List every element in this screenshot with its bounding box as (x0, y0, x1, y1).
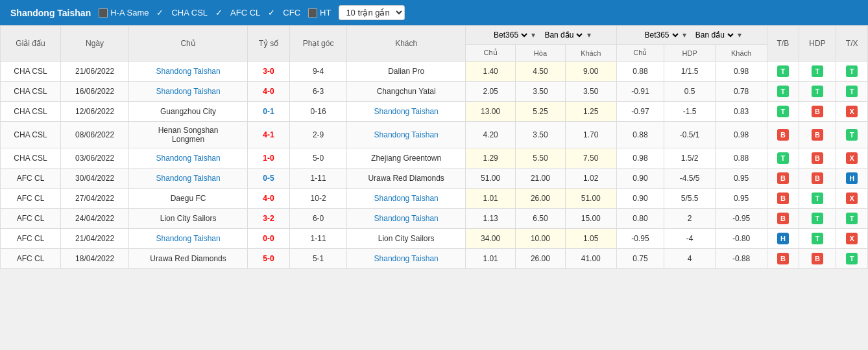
cell-bd-khach: -0.88 (716, 249, 767, 269)
cell-khach[interactable]: Shandong Taishan (347, 189, 466, 209)
cell-chu[interactable]: Lion City Sailors (129, 209, 248, 229)
badge-hdp: T (812, 233, 823, 244)
badge-tx: T (846, 86, 858, 97)
cell-chu[interactable]: Henan SongshanLongmen (129, 122, 248, 148)
bet365-dropdown[interactable]: Bet365 (491, 30, 529, 40)
team-name-static: Changchun Yatai (377, 87, 436, 96)
cell-chu[interactable]: Shandong Taishan (129, 62, 248, 82)
cell-b365-chu: 1.13 (466, 209, 516, 229)
option-cha-csl[interactable]: CHA CSL (171, 8, 208, 18)
cell-tb: B (767, 209, 799, 229)
cell-bd-chu: 0.75 (616, 249, 664, 269)
th-chu-sub1: Chủ (466, 45, 516, 62)
option-cfc[interactable]: CFC (283, 8, 300, 18)
badge-hdp: T (812, 192, 823, 204)
cell-khach[interactable]: Shandong Taishan (347, 209, 466, 229)
th-khach-sub1: Khách (565, 45, 616, 62)
ban-dau-dropdown-1[interactable]: Ban đầu (542, 30, 585, 40)
team-link[interactable]: Shandong Taishan (156, 234, 220, 243)
th-bet365-group[interactable]: Bet365 ▾ Ban đầu ▾ (466, 26, 616, 45)
cell-tx: X (836, 102, 868, 122)
label-ha-same: H-A Same (110, 8, 149, 18)
cell-b365-khach: 9.00 (565, 62, 616, 82)
team-link[interactable]: Shandong Taishan (156, 67, 220, 76)
team-name-static: Henan SongshanLongmen (158, 126, 219, 144)
th-ty-so: Tỷ số (248, 26, 290, 62)
team-name-static: Lion City Sailors (160, 214, 217, 223)
badge-tx: H (846, 172, 858, 184)
team-link[interactable]: Shandong Taishan (156, 154, 220, 163)
cell-chu[interactable]: Shandong Taishan (129, 169, 248, 189)
cell-ty-so: 4-1 (248, 122, 290, 148)
team-link[interactable]: Shandong Taishan (374, 130, 439, 139)
team-link[interactable]: Shandong Taishan (374, 107, 439, 116)
team-link[interactable]: Shandong Taishan (156, 174, 220, 183)
cell-ngay: 24/04/2022 (61, 209, 129, 229)
table-row: AFC CL 24/04/2022 Lion City Sailors 3-2 … (1, 209, 868, 229)
cell-b365-hoa: 21.00 (516, 169, 566, 189)
team-name-static: Zhejiang Greentown (371, 154, 441, 163)
th-hdp-sub: HDP (664, 45, 716, 62)
cell-hdp: T (799, 189, 836, 209)
badge-tx: X (846, 152, 858, 164)
table-row: CHA CSL 03/06/2022 Shandong Taishan 1-0 … (1, 148, 868, 169)
team-link[interactable]: Shandong Taishan (374, 254, 439, 263)
team-link[interactable]: Shandong Taishan (374, 214, 439, 223)
team-link[interactable]: Shandong Taishan (156, 87, 220, 96)
checkbox-ha-same[interactable] (99, 8, 108, 18)
cell-b365-khach: 15.00 (565, 209, 616, 229)
cell-tx: T (836, 82, 868, 102)
cell-khach[interactable]: Zhejiang Greentown (347, 148, 466, 169)
cell-tb: T (767, 148, 799, 169)
cell-bd-hdp: 2 (664, 209, 716, 229)
cell-giai-dau: AFC CL (1, 169, 61, 189)
bet365-dropdown-2[interactable]: Bet365 (642, 30, 681, 40)
cell-khach[interactable]: Shandong Taishan (347, 122, 466, 148)
cell-bd-khach: 0.88 (716, 148, 767, 169)
option-afc-cl[interactable]: AFC CL (230, 8, 260, 18)
cell-ngay: 21/04/2022 (61, 229, 129, 249)
badge-hdp: B (812, 172, 823, 184)
cell-phat-goc: 5-0 (290, 148, 347, 169)
badge-tx: T (846, 129, 858, 141)
cell-chu[interactable]: Shandong Taishan (129, 148, 248, 169)
cell-chu[interactable]: Daegu FC (129, 189, 248, 209)
team-name-static: Urawa Red Diamonds (150, 254, 226, 263)
cell-khach[interactable]: Shandong Taishan (347, 102, 466, 122)
option-ht[interactable]: HT (308, 8, 331, 18)
cell-hdp: B (799, 249, 836, 269)
cell-phat-goc: 6-3 (290, 82, 347, 102)
th-chu-sub2: Chủ (616, 45, 664, 62)
cell-chu[interactable]: Guangzhou City (129, 102, 248, 122)
cell-bd-hdp: -0.5/1 (664, 122, 716, 148)
cell-khach[interactable]: Dalian Pro (347, 62, 466, 82)
checkbox-ht[interactable] (308, 8, 317, 18)
badge-tx: T (846, 213, 858, 224)
cell-bd-khach: 0.78 (716, 82, 767, 102)
cell-b365-chu: 1.40 (466, 62, 516, 82)
cell-b365-khach: 1.25 (565, 102, 616, 122)
cell-chu[interactable]: Urawa Red Diamonds (129, 249, 248, 269)
th-bet365-group2[interactable]: Bet365 ▾ Ban đầu ▾ (616, 26, 767, 45)
badge-hdp: B (812, 129, 823, 141)
cell-tx: H (836, 169, 868, 189)
cell-phat-goc: 1-11 (290, 169, 347, 189)
option-ha-same[interactable]: H-A Same (99, 8, 149, 18)
cell-ty-so: 0-5 (248, 169, 290, 189)
cell-giai-dau: AFC CL (1, 189, 61, 209)
cell-khach[interactable]: Changchun Yatai (347, 82, 466, 102)
cell-chu[interactable]: Shandong Taishan (129, 82, 248, 102)
cell-khach[interactable]: Urawa Red Diamonds (347, 169, 466, 189)
cell-b365-chu: 13.00 (466, 102, 516, 122)
cell-b365-khach: 3.50 (565, 82, 616, 102)
ban-dau-dropdown-2[interactable]: Ban đầu (693, 30, 736, 40)
team-link[interactable]: Shandong Taishan (374, 194, 439, 203)
matches-dropdown[interactable]: 10 trận gần 20 trận gần 5 trận gần (339, 5, 405, 20)
cell-b365-chu: 51.00 (466, 169, 516, 189)
cell-b365-chu: 1.01 (466, 249, 516, 269)
cell-khach[interactable]: Lion City Sailors (347, 229, 466, 249)
cell-chu[interactable]: Shandong Taishan (129, 229, 248, 249)
cell-ty-so: 0-0 (248, 229, 290, 249)
cell-bd-hdp: -1.5 (664, 102, 716, 122)
cell-khach[interactable]: Shandong Taishan (347, 249, 466, 269)
